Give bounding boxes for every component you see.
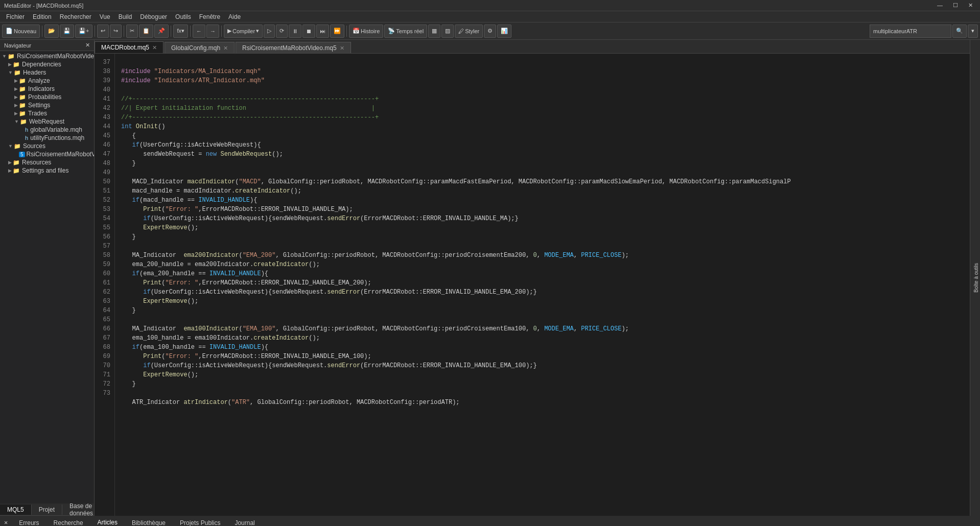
menu-aide[interactable]: Aide xyxy=(224,12,245,21)
toolbar-separator-3 xyxy=(124,26,124,37)
menu-edition[interactable]: Edition xyxy=(29,12,56,21)
tree-label-utility: utilityFunctions.mqh xyxy=(30,134,84,141)
tree-item-settings-files[interactable]: ▶ 📁 Settings and files xyxy=(0,166,94,175)
tab-mql5[interactable]: MQL5 xyxy=(0,505,32,515)
expand-arrow-settings-hdr: ▶ xyxy=(14,103,18,108)
side-tool-boite[interactable]: Boîte à outils xyxy=(972,261,980,295)
expand-arrow-resources: ▶ xyxy=(8,160,12,165)
tab-rsicroisement[interactable]: RsiCroisementMaRobotVideo.mq5 ✕ xyxy=(236,42,351,54)
close-bottom-button[interactable]: ✕ xyxy=(4,519,8,526)
cut-button[interactable]: ✂ xyxy=(126,25,138,38)
expand-arrow-settings-files: ▶ xyxy=(8,168,12,173)
navigator-close-button[interactable]: ✕ xyxy=(85,42,90,49)
menu-vue[interactable]: Vue xyxy=(96,12,114,21)
tab-public-projects[interactable]: Projets Publics xyxy=(174,517,226,527)
tree-item-settings-hdr[interactable]: ▶ 📁 Settings xyxy=(0,101,94,109)
search-options-button[interactable]: ▾ xyxy=(968,25,978,38)
tree-item-globalvar[interactable]: ▶ h globalVariable.mqh xyxy=(0,126,94,134)
maximize-button[interactable]: ☐ xyxy=(950,2,961,9)
menu-fichier[interactable]: Fichier xyxy=(2,12,29,21)
chart-button[interactable]: 📊 xyxy=(497,25,511,38)
redo-button[interactable]: ↪ xyxy=(110,25,122,38)
save-all-icon: 💾+ xyxy=(79,28,89,34)
code-content[interactable]: #include "Indicators/MA_Indicator.mqh" #… xyxy=(115,54,965,516)
tab-globalconfig[interactable]: GlobalConfig.mqh ✕ xyxy=(165,42,235,54)
tree-item-rsi-src[interactable]: ▶ 5 RsiCroisementMaRobotVide... xyxy=(0,150,94,158)
forward-button[interactable]: → xyxy=(206,25,219,38)
step-into-button[interactable]: ⏩ xyxy=(330,25,344,38)
menu-build[interactable]: Build xyxy=(114,12,136,21)
tab-close-rsicroisement[interactable]: ✕ xyxy=(340,45,344,52)
cut-icon: ✂ xyxy=(130,28,134,34)
toolbar-separator-2 xyxy=(95,26,95,37)
save-all-button[interactable]: 💾+ xyxy=(75,25,92,38)
navigator-title: Navigateur xyxy=(4,42,31,49)
view2-button[interactable]: ▨ xyxy=(441,25,454,38)
paste-button[interactable]: 📌 xyxy=(154,25,169,38)
step-over-button[interactable]: ⏭ xyxy=(316,25,329,38)
tree-label-sources: Sources xyxy=(23,142,45,150)
bottom-tab-bar: ✕ Erreurs Recherche Articles Bibliothèqu… xyxy=(0,516,980,526)
tree-item-root[interactable]: ▼ 📁 RsiCroisementMaRobotVideo.mqpro xyxy=(0,52,94,60)
settings-tool-button[interactable]: ⚙ xyxy=(484,25,496,38)
close-button[interactable]: ✕ xyxy=(965,2,976,9)
pause-button[interactable]: ⏸ xyxy=(289,25,301,38)
menu-outils[interactable]: Outils xyxy=(171,12,195,21)
tree-item-dependencies[interactable]: ▶ 📁 Dependencies xyxy=(0,60,94,68)
tree-label-root: RsiCroisementMaRobotVideo.mqpro xyxy=(17,53,94,60)
minimize-button[interactable]: — xyxy=(934,2,946,9)
tree-item-indicators[interactable]: ▶ 📁 Indicators xyxy=(0,85,94,93)
tab-errors[interactable]: Erreurs xyxy=(13,517,45,527)
stop-button[interactable]: ⏹ xyxy=(302,25,315,38)
back-button[interactable]: ← xyxy=(193,25,205,38)
run-button[interactable]: ▷ xyxy=(264,25,275,38)
navigator-panel: Navigateur ✕ ▼ 📁 RsiCroisementMaRobotVid… xyxy=(0,40,95,516)
tab-close-macdrobot[interactable]: ✕ xyxy=(152,44,157,51)
tree-item-analyze[interactable]: ▶ 📁 Analyze xyxy=(0,77,94,85)
debug-run-button[interactable]: ⟳ xyxy=(276,25,288,38)
paste-icon: 📌 xyxy=(158,28,165,34)
tab-search[interactable]: Recherche xyxy=(48,517,89,527)
tab-close-globalconfig[interactable]: ✕ xyxy=(223,45,228,52)
tab-projet[interactable]: Projet xyxy=(32,505,62,515)
open-button[interactable]: 📂 xyxy=(44,25,59,38)
tree-label-hdr: Headers xyxy=(23,69,46,76)
folder-icon-trades: 📁 xyxy=(19,110,26,117)
tree-item-proba[interactable]: ▶ 📁 Probabilities xyxy=(0,93,94,101)
save-button[interactable]: 💾 xyxy=(60,25,74,38)
tree-item-webreq[interactable]: ▼ 📁 WebRequest xyxy=(0,117,94,126)
tab-journal[interactable]: Journal xyxy=(228,517,261,527)
pause-icon: ⏸ xyxy=(292,28,298,34)
undo-button[interactable]: ↩ xyxy=(97,25,109,38)
tab-articles[interactable]: Articles xyxy=(91,517,124,527)
tab-library[interactable]: Bibliothèque xyxy=(126,517,172,527)
menu-rechercher[interactable]: Rechercher xyxy=(56,12,96,21)
tree-item-sources[interactable]: ▼ 📁 Sources xyxy=(0,142,94,150)
new-button[interactable]: 📄 Nouveau xyxy=(2,25,40,38)
fx-icon: fx▾ xyxy=(177,28,184,34)
copy-button[interactable]: 📋 xyxy=(139,25,153,38)
tree-item-utility[interactable]: ▶ h utilityFunctions.mqh xyxy=(0,134,94,142)
history-button[interactable]: 📅 Histoire xyxy=(349,25,383,38)
tab-macdrobot[interactable]: MACDRobot.mq5 ✕ xyxy=(95,41,164,54)
fx-button[interactable]: fx▾ xyxy=(173,25,188,38)
tree-item-headers[interactable]: ▼ 📁 Headers xyxy=(0,68,94,77)
tree-label-globalvar: globalVariable.mqh xyxy=(30,126,82,133)
expand-arrow-trades: ▶ xyxy=(14,111,18,116)
tree-item-trades[interactable]: ▶ 📁 Trades xyxy=(0,109,94,117)
tree-item-resources[interactable]: ▶ 📁 Resources xyxy=(0,158,94,166)
toolbar-separator-7 xyxy=(346,26,347,37)
redo-icon: ↪ xyxy=(113,28,118,34)
realtime-button[interactable]: 📡 Temps réel xyxy=(384,25,427,38)
search-go-button[interactable]: 🔍 xyxy=(952,25,967,38)
tab-label-globalconfig: GlobalConfig.mqh xyxy=(171,44,220,52)
toolbar-separator-6 xyxy=(221,26,222,37)
menu-debogueur[interactable]: Déboguer xyxy=(136,12,171,21)
view1-button[interactable]: ▦ xyxy=(428,25,440,38)
search-input[interactable] xyxy=(870,25,951,38)
styler-button[interactable]: 🖊 Styler xyxy=(455,25,483,38)
code-editor[interactable]: 37 38 39 40 41 42 43 44 45 46 47 48 49 5… xyxy=(95,54,970,516)
compile-button[interactable]: ▶ Compiler ▾ xyxy=(224,25,263,38)
editor-scrollbar[interactable] xyxy=(965,54,970,516)
menu-fenetre[interactable]: Fenêtre xyxy=(195,12,224,21)
